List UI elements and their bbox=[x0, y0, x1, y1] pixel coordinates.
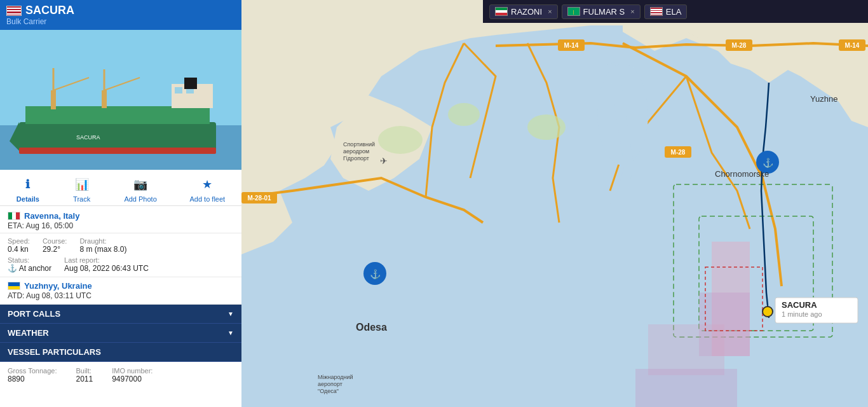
svg-rect-8 bbox=[175, 87, 182, 93]
left-panel: SACURA Bulk Carrier bbox=[0, 0, 241, 407]
imo-label: IMO number: bbox=[112, 367, 153, 375]
vessel-flag-icon bbox=[6, 6, 22, 16]
vessel-header: SACURA Bulk Carrier bbox=[0, 0, 241, 30]
speed-value: 0.4 kn bbox=[8, 245, 30, 254]
draught-stat: Draught: 8 m (max 8.0) bbox=[79, 237, 126, 254]
svg-text:SACURA: SACURA bbox=[782, 300, 817, 310]
svg-text:M-28: M-28 bbox=[732, 42, 747, 49]
course-stat: Course: 29.2° bbox=[43, 237, 67, 254]
svg-point-22 bbox=[448, 103, 480, 126]
course-value: 29.2° bbox=[43, 245, 67, 254]
details-label: Details bbox=[17, 195, 39, 203]
svg-text:Міжнародний: Міжнародний bbox=[318, 374, 353, 380]
svg-text:⚓: ⚓ bbox=[763, 158, 774, 169]
vessel-particulars-label: VESSEL PARTICULARS bbox=[8, 347, 101, 357]
track-icon: 📊 bbox=[72, 175, 92, 194]
draught-value: 8 m (max 8.0) bbox=[79, 245, 126, 254]
port-calls-label: PORT CALLS bbox=[8, 309, 60, 319]
port-calls-arrow: ▼ bbox=[227, 310, 234, 317]
eta-text: ETA: Aug 16, 05:00 bbox=[8, 221, 234, 230]
add-photo-label: Add Photo bbox=[124, 195, 156, 203]
svg-text:Спортивний: Спортивний bbox=[343, 141, 375, 148]
svg-rect-5 bbox=[19, 148, 216, 154]
gross-tonnage: Gross Tonnage: 8890 bbox=[8, 367, 57, 383]
tab-fulmar-s[interactable]: | FULMAR S × bbox=[562, 4, 641, 19]
svg-point-35 bbox=[763, 307, 773, 317]
svg-text:⚓: ⚓ bbox=[370, 269, 381, 280]
svg-text:M-28-01: M-28-01 bbox=[247, 195, 271, 202]
departure-country: Yuzhnyy, Ukraine bbox=[8, 281, 234, 291]
camera-icon: 📷 bbox=[131, 175, 150, 194]
speed-stat: Speed: 0.4 kn bbox=[8, 237, 30, 254]
imo-number: IMO number: 9497000 bbox=[112, 367, 153, 383]
svg-text:Гідропорт: Гідропорт bbox=[343, 155, 369, 162]
vessel-particulars-content: Gross Tonnage: 8890 Built: 2011 IMO numb… bbox=[0, 362, 241, 389]
add-photo-action[interactable]: 📷 Add Photo bbox=[124, 175, 156, 203]
svg-rect-10 bbox=[51, 90, 56, 109]
status-row: Status: ⚓ At anchor Last report: Aug 08,… bbox=[8, 256, 234, 273]
fulmar-label: FULMAR S bbox=[583, 7, 625, 17]
stats-row-1: Speed: 0.4 kn Course: 29.2° Draught: 8 m… bbox=[8, 237, 234, 254]
razoni-label: RAZONI bbox=[511, 7, 542, 17]
vessel-tabs-bar: RAZONI × | FULMAR S × ELA bbox=[483, 0, 868, 23]
vessel-name-row: SACURA bbox=[6, 4, 235, 17]
action-bar: ℹ Details 📊 Track 📷 Add Photo ★ Add to f… bbox=[0, 170, 241, 206]
departure-section: Yuzhnyy, Ukraine ATD: Aug 08, 03:11 UTC bbox=[0, 277, 241, 305]
vessel-particulars-header[interactable]: VESSEL PARTICULARS bbox=[0, 343, 241, 362]
course-label: Course: bbox=[43, 237, 67, 245]
svg-text:M-14: M-14 bbox=[564, 42, 579, 49]
svg-text:M-14: M-14 bbox=[845, 42, 860, 49]
svg-rect-16 bbox=[184, 78, 197, 89]
anchor-status-icon: ⚓ bbox=[8, 264, 17, 273]
ela-flag-icon bbox=[650, 7, 663, 16]
svg-text:аеродром: аеродром bbox=[343, 148, 369, 155]
gross-tonnage-label: Gross Tonnage: bbox=[8, 367, 57, 375]
destination-country: Ravenna, Italy bbox=[8, 211, 234, 221]
details-action[interactable]: ℹ Details bbox=[17, 175, 39, 203]
svg-point-21 bbox=[527, 114, 566, 140]
fulmar-close-icon[interactable]: × bbox=[630, 8, 634, 15]
tab-razoni[interactable]: RAZONI × bbox=[489, 4, 558, 19]
destination-city: Ravenna, Italy bbox=[24, 211, 79, 221]
draught-label: Draught: bbox=[79, 237, 126, 245]
add-fleet-action[interactable]: ★ Add to fleet bbox=[189, 175, 225, 203]
status-label: Status: bbox=[8, 256, 51, 264]
speed-label: Speed: bbox=[8, 237, 30, 245]
status-stat: Status: ⚓ At anchor bbox=[8, 256, 51, 273]
track-label: Track bbox=[73, 195, 90, 203]
add-fleet-label: Add to fleet bbox=[189, 195, 225, 203]
svg-text:Odesa: Odesa bbox=[356, 322, 387, 333]
vessel-type: Bulk Carrier bbox=[6, 17, 235, 26]
status-value: ⚓ At anchor bbox=[8, 264, 51, 273]
destination-flag-icon bbox=[8, 212, 20, 220]
departure-flag-icon bbox=[8, 282, 20, 290]
svg-text:Chornomorske: Chornomorske bbox=[715, 169, 769, 179]
svg-rect-4 bbox=[19, 122, 216, 151]
svg-text:SACURA: SACURA bbox=[76, 134, 100, 141]
vessel-name: SACURA bbox=[25, 4, 74, 17]
weather-header[interactable]: WEATHER ▼ bbox=[0, 324, 241, 343]
track-action[interactable]: 📊 Track bbox=[72, 175, 92, 203]
fulmar-flag-icon: | bbox=[567, 7, 580, 16]
departure-city: Yuzhnyy, Ukraine bbox=[24, 281, 92, 291]
razoni-flag-icon bbox=[495, 7, 508, 16]
built-year: Built: 2011 bbox=[76, 367, 93, 383]
tab-ela[interactable]: ELA bbox=[644, 4, 688, 19]
last-report-value: Aug 08, 2022 06:43 UTC bbox=[64, 264, 149, 273]
svg-text:✈: ✈ bbox=[380, 156, 388, 166]
port-calls-header[interactable]: PORT CALLS ▼ bbox=[0, 305, 241, 324]
last-report-stat: Last report: Aug 08, 2022 06:43 UTC bbox=[64, 256, 149, 273]
svg-rect-13 bbox=[102, 90, 107, 108]
svg-rect-28 bbox=[648, 324, 724, 375]
svg-point-23 bbox=[378, 126, 423, 154]
gross-tonnage-value: 8890 bbox=[8, 375, 57, 383]
ship-photo: SACURA bbox=[0, 30, 241, 170]
razoni-close-icon[interactable]: × bbox=[548, 8, 552, 15]
map-area: RAZONI × | FULMAR S × ELA bbox=[241, 0, 868, 407]
details-icon: ℹ bbox=[18, 175, 37, 194]
ela-label: ELA bbox=[666, 7, 682, 17]
svg-text:"Одеса": "Одеса" bbox=[318, 388, 339, 394]
atd-text: ATD: Aug 08, 03:11 UTC bbox=[8, 291, 234, 300]
svg-text:1 minute ago: 1 minute ago bbox=[782, 310, 822, 318]
weather-arrow: ▼ bbox=[227, 329, 234, 336]
